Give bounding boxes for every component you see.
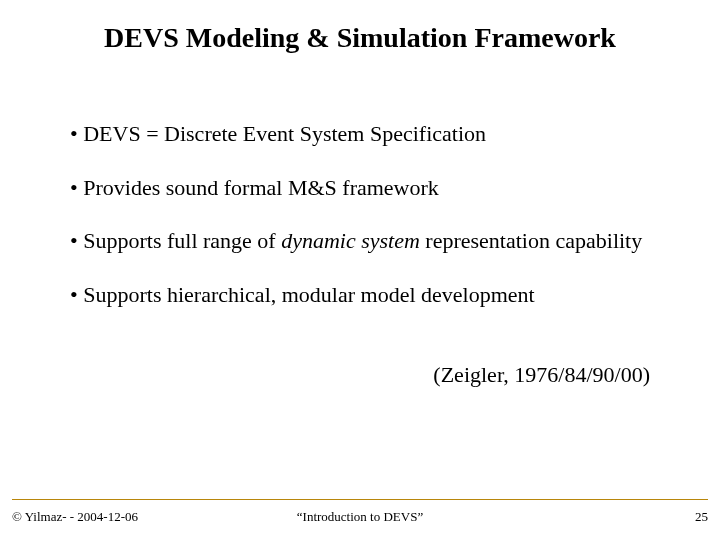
- bullet-text: representation capability: [420, 228, 642, 253]
- footer-page-number: 25: [695, 509, 708, 525]
- footer: © Yilmaz- - 2004-12-06 “Introduction to …: [12, 506, 708, 528]
- bullet-item: • DEVS = Discrete Event System Specifica…: [70, 120, 660, 148]
- bullet-text: • Supports full range of: [70, 228, 281, 253]
- citation-text: (Zeigler, 1976/84/90/00): [433, 362, 650, 388]
- slide-body: • DEVS = Discrete Event System Specifica…: [70, 120, 660, 334]
- footer-divider: [12, 499, 708, 500]
- bullet-item: • Provides sound formal M&S framework: [70, 174, 660, 202]
- bullet-emphasis: dynamic system: [281, 228, 420, 253]
- slide: DEVS Modeling & Simulation Framework • D…: [0, 0, 720, 540]
- footer-left: © Yilmaz- - 2004-12-06: [12, 509, 138, 525]
- bullet-item: • Supports full range of dynamic system …: [70, 227, 660, 255]
- bullet-item: • Supports hierarchical, modular model d…: [70, 281, 660, 309]
- slide-title: DEVS Modeling & Simulation Framework: [0, 22, 720, 54]
